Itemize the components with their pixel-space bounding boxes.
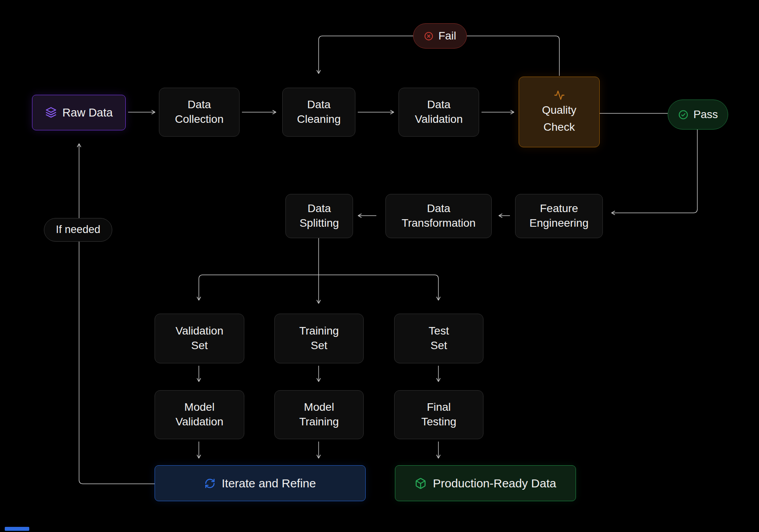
node-iterate-and-refine[interactable]: Iterate and Refine <box>155 465 366 501</box>
node-label: Training <box>299 324 339 338</box>
node-label: Final <box>427 400 451 415</box>
node-production-ready-data[interactable]: Production-Ready Data <box>395 465 576 501</box>
node-final-testing[interactable]: Final Testing <box>394 390 483 439</box>
node-model-training[interactable]: Model Training <box>274 390 364 439</box>
node-label: Check <box>544 120 575 135</box>
node-label: Test <box>429 324 449 338</box>
edge-label-text: Fail <box>438 29 456 43</box>
node-test-set[interactable]: Test Set <box>394 314 483 363</box>
node-label: Feature <box>540 201 578 216</box>
node-label: Model <box>304 400 334 415</box>
node-data-validation[interactable]: Data Validation <box>398 88 479 137</box>
node-label: Transformation <box>402 216 476 231</box>
node-label: Data <box>427 98 450 112</box>
node-label: Set <box>430 338 447 353</box>
activity-icon <box>554 90 565 101</box>
check-circle-icon <box>678 109 689 120</box>
node-label: Data <box>427 201 450 216</box>
node-label: Training <box>299 415 339 429</box>
edge-label-text: If needed <box>56 223 100 237</box>
node-label: Set <box>191 338 208 353</box>
edge-label-text: Pass <box>693 107 718 122</box>
bottom-blue-bar <box>5 527 29 531</box>
node-label: Collection <box>175 112 224 127</box>
x-circle-icon <box>424 31 434 41</box>
edge-label-pass[interactable]: Pass <box>668 100 728 130</box>
node-label: Testing <box>421 415 457 429</box>
node-label: Quality <box>542 103 576 118</box>
node-label: Iterate and Refine <box>222 476 316 491</box>
node-quality-check[interactable]: Quality Check <box>519 77 600 147</box>
node-model-validation[interactable]: Model Validation <box>155 390 244 439</box>
node-raw-data[interactable]: Raw Data <box>32 95 126 130</box>
node-label: Model <box>184 400 214 415</box>
node-data-splitting[interactable]: Data Splitting <box>285 194 353 238</box>
node-label: Data <box>187 98 211 112</box>
layers-icon <box>45 107 57 118</box>
refresh-icon <box>204 478 215 489</box>
node-label: Cleaning <box>297 112 341 127</box>
package-icon <box>415 477 427 489</box>
connector-layer <box>0 0 759 532</box>
node-label: Validation <box>176 415 223 429</box>
edge-label-fail[interactable]: Fail <box>413 23 467 49</box>
node-label: Splitting <box>300 216 339 231</box>
node-label: Validation <box>415 112 463 127</box>
node-data-transformation[interactable]: Data Transformation <box>385 194 492 238</box>
node-label: Production-Ready Data <box>433 476 556 491</box>
node-label: Data <box>308 201 331 216</box>
node-data-cleaning[interactable]: Data Cleaning <box>282 88 355 137</box>
node-label: Engineering <box>529 216 588 231</box>
node-feature-engineering[interactable]: Feature Engineering <box>515 194 603 238</box>
node-label: Set <box>311 338 327 353</box>
node-label: Data <box>307 98 330 112</box>
node-label: Raw Data <box>62 105 113 120</box>
node-data-collection[interactable]: Data Collection <box>159 88 240 137</box>
node-training-set[interactable]: Training Set <box>274 314 364 363</box>
node-validation-set[interactable]: Validation Set <box>155 314 244 363</box>
node-label: Validation <box>176 324 223 338</box>
edge-label-if-needed[interactable]: If needed <box>44 218 112 242</box>
